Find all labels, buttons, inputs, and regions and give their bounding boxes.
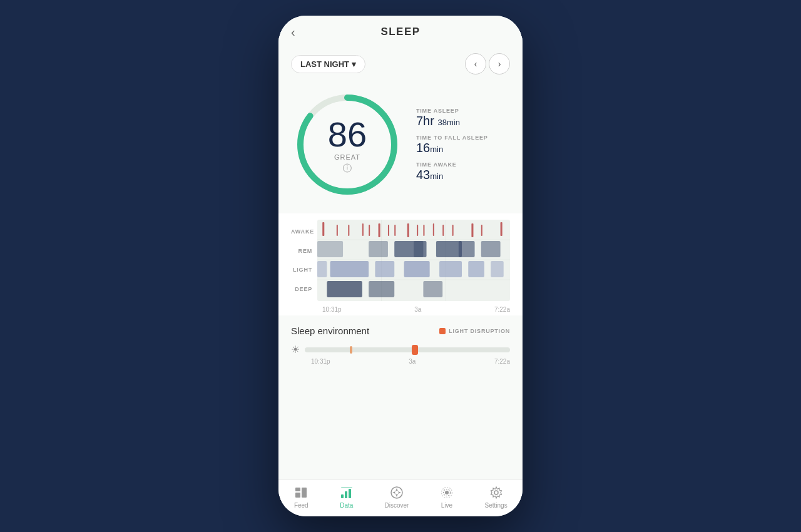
nav-discover[interactable]: Discover [384,485,409,509]
env-time-start: 10:31p [311,358,330,365]
svg-rect-45 [341,494,344,498]
svg-rect-43 [295,493,300,498]
svg-rect-39 [327,281,362,297]
svg-rect-34 [375,261,394,277]
environment-section: Sleep environment LIGHT DISRUPTION ☀ 10:… [278,315,523,371]
live-icon [439,485,454,500]
chart-label-rem: REM [291,248,317,254]
svg-rect-32 [317,261,327,277]
svg-rect-13 [379,223,380,237]
svg-rect-10 [348,225,349,236]
svg-rect-21 [452,225,454,236]
chart-time-end: 7:22a [494,306,510,313]
env-time-mid: 3a [409,358,416,365]
chart-label-light: LIGHT [291,267,317,273]
chart-time-start: 10:31p [322,306,342,313]
env-time-end: 7:22a [494,358,510,365]
svg-rect-22 [471,223,473,237]
nav-feed[interactable]: Feed [293,485,309,509]
svg-rect-12 [369,225,370,236]
svg-rect-14 [388,225,389,236]
discover-label: Discover [384,502,409,509]
svg-rect-17 [417,225,418,236]
nav-settings[interactable]: Settings [485,485,508,509]
sleep-chart-area [317,220,510,304]
nav-data[interactable]: Data [339,485,354,509]
spacer [278,371,523,479]
next-arrow[interactable]: › [489,53,510,74]
svg-rect-37 [468,261,484,277]
svg-rect-41 [423,281,442,297]
svg-rect-33 [330,261,369,277]
svg-rect-9 [337,225,338,236]
app-content: ‹ SLEEP LAST NIGHT ▾ ‹ › [278,16,523,516]
light-marker-main [412,345,418,355]
page-title: SLEEP [380,26,420,38]
svg-rect-18 [423,225,424,236]
header: ‹ SLEEP [278,16,523,48]
svg-rect-30 [459,241,475,257]
data-label: Data [340,502,353,509]
time-awake-value: 43min [416,168,510,182]
chart-time-mid: 3a [414,306,421,313]
time-awake-label: TIME AWAKE [416,161,510,168]
chart-time-labels: 10:31p 3a 7:22a [322,304,510,313]
svg-rect-23 [481,225,482,236]
env-header: Sleep environment LIGHT DISRUPTION [291,325,510,336]
chart-label-deep: DEEP [291,286,317,292]
period-nav: LAST NIGHT ▾ ‹ › [278,48,523,82]
legend-label: LIGHT DISRUPTION [449,328,510,334]
svg-rect-25 [317,241,343,257]
time-to-fall-stat: TIME TO FALL ASLEEP 16min [416,135,510,155]
svg-point-50 [445,491,449,494]
light-marker-small [350,346,352,354]
light-icon: ☀ [291,344,300,356]
discover-icon [389,485,404,500]
time-to-fall-label: TIME TO FALL ASLEEP [416,135,510,141]
env-title: Sleep environment [291,325,369,336]
svg-rect-20 [442,225,444,236]
svg-rect-38 [491,261,504,277]
svg-rect-31 [481,241,501,257]
svg-rect-44 [302,488,307,498]
score-center: 86 GREAT i [328,117,367,173]
svg-rect-28 [414,241,423,257]
period-selector[interactable]: LAST NIGHT ▾ [291,55,365,73]
svg-rect-11 [362,223,364,236]
time-asleep-stat: TIME ASLEEP 7hr 38min [416,108,510,128]
svg-rect-29 [436,241,462,257]
stats-panel: TIME ASLEEP 7hr 38min TIME TO FALL ASLEE… [416,108,510,182]
sleep-chart-section: AWAKE REM LIGHT DEEP [278,213,523,315]
live-label: Live [441,502,452,509]
feed-label: Feed [294,502,309,509]
date-nav: ‹ › [465,53,510,74]
score-grade: GREAT [328,153,367,161]
prev-arrow[interactable]: ‹ [465,53,486,74]
svg-rect-36 [439,261,462,277]
bottom-nav: Feed Data [278,479,523,516]
legend-color [439,328,446,334]
phone-frame: ‹ SLEEP LAST NIGHT ▾ ‹ › [278,16,523,516]
time-asleep-value: 7hr 38min [416,114,510,128]
data-icon [339,485,354,500]
sleep-ring: 86 GREAT i [291,88,404,201]
svg-rect-42 [295,488,300,491]
info-icon[interactable]: i [343,164,352,173]
settings-label: Settings [485,502,508,509]
feed-icon [293,485,309,500]
svg-rect-47 [349,489,351,498]
back-button[interactable]: ‹ [291,25,295,39]
time-awake-stat: TIME AWAKE 43min [416,161,510,182]
env-legend: LIGHT DISRUPTION [439,328,510,334]
light-bar-container: ☀ [291,344,510,356]
svg-rect-48 [341,487,352,488]
svg-rect-26 [369,241,388,257]
svg-rect-19 [433,223,434,236]
svg-rect-24 [501,222,503,236]
env-time-labels: 10:31p 3a 7:22a [311,356,510,365]
svg-rect-35 [404,261,430,277]
svg-rect-46 [345,491,347,498]
light-bar [305,347,510,352]
nav-live[interactable]: Live [439,485,454,509]
sleep-score: 86 [328,117,367,152]
